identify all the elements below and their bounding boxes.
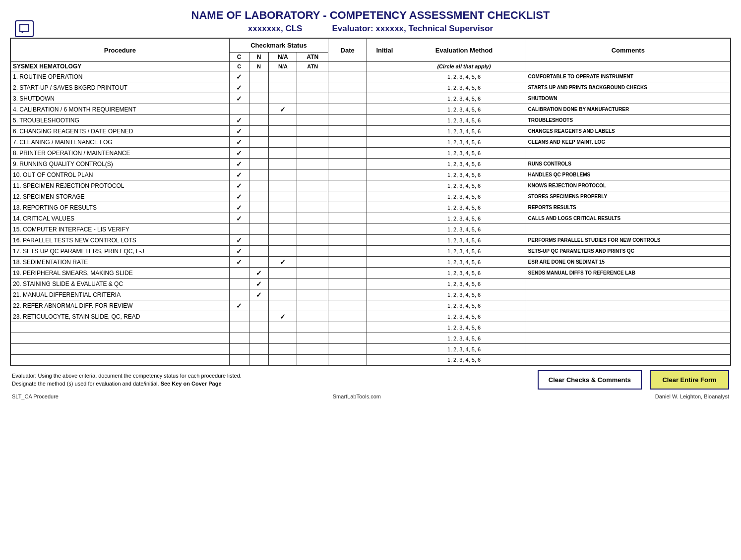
procedure-cell: 17. SETS UP QC PARAMETERS, PRINT QC, L-J [10, 246, 229, 257]
check-na-cell [269, 300, 297, 311]
eval-cell: 1, 2, 3, 4, 5, 6 [402, 289, 526, 300]
check-n-cell [249, 126, 269, 137]
check-c-cell [229, 322, 249, 333]
procedure-cell: 23. RETICULOCYTE, STAIN SLIDE, QC, READ [10, 311, 229, 322]
check-n-cell [249, 355, 269, 366]
check-na-cell [269, 213, 297, 224]
check-c-cell: ✓ [229, 137, 249, 148]
bottom-center-text: SmartLabTools.com [333, 393, 381, 399]
initial-cell [367, 137, 402, 148]
eval-cell: 1, 2, 3, 4, 5, 6 [402, 257, 526, 268]
check-c-cell [229, 289, 249, 300]
comment-cell [526, 289, 731, 300]
table-row: 5. TROUBLESHOOTING ✓ 1, 2, 3, 4, 5, 6 TR… [10, 115, 731, 126]
check-c-cell: ✓ [229, 82, 249, 93]
bottom-right-text: Daniel W. Leighton, Bioanalyst [655, 393, 729, 399]
check-atn-cell [297, 180, 328, 191]
procedure-cell: 1. ROUTINE OPERATION [10, 71, 229, 82]
initial-cell [367, 202, 402, 213]
initial-cell [367, 311, 402, 322]
section-date [328, 62, 367, 71]
initial-cell [367, 279, 402, 289]
eval-cell: 1, 2, 3, 4, 5, 6 [402, 115, 526, 126]
check-na-cell [269, 268, 297, 279]
footer-note: Evaluator: Using the above criteria, doc… [12, 372, 242, 388]
comment-cell: PERFORMS PARALLEL STUDIES FOR NEW CONTRO… [526, 235, 731, 246]
check-n-cell [249, 322, 269, 333]
comment-cell: STARTS UP AND PRINTS BACKGROUND CHECKS [526, 82, 731, 93]
check-n-cell [249, 246, 269, 257]
check-atn-cell [297, 224, 328, 235]
check-atn-cell [297, 137, 328, 148]
comment-cell: SETS-UP QC PARAMETERS AND PRINTS QC [526, 246, 731, 257]
check-n-cell [249, 169, 269, 180]
initial-cell [367, 191, 402, 202]
date-cell [328, 235, 367, 246]
eval-cell: 1, 2, 3, 4, 5, 6 [402, 148, 526, 159]
date-cell [328, 257, 367, 268]
table-row: 1. ROUTINE OPERATION ✓ 1, 2, 3, 4, 5, 6 … [10, 71, 731, 82]
subheader-c: C [229, 53, 249, 62]
date-cell [328, 355, 367, 366]
check-n-cell [249, 159, 269, 169]
section-comment [526, 62, 731, 71]
initial-cell [367, 246, 402, 257]
col-header-date: Date [328, 38, 367, 62]
check-n-cell [249, 344, 269, 355]
eval-cell: 1, 2, 3, 4, 5, 6 [402, 213, 526, 224]
table-row: 4. CALIBRATION / 6 MONTH REQUIREMENT ✓ 1… [10, 104, 731, 115]
check-c-cell: ✓ [229, 246, 249, 257]
check-c-cell [229, 311, 249, 322]
check-n-cell [249, 137, 269, 148]
check-atn-cell [297, 169, 328, 180]
check-na-cell [269, 235, 297, 246]
check-n-cell [249, 104, 269, 115]
date-cell [328, 311, 367, 322]
eval-cell: 1, 2, 3, 4, 5, 6 [402, 159, 526, 169]
table-row: 11. SPECIMEN REJECTION PROTOCOL ✓ 1, 2, … [10, 180, 731, 191]
clear-form-button[interactable]: Clear Entire Form [650, 370, 729, 390]
table-row: 18. SEDIMENTATION RATE ✓ ✓ 1, 2, 3, 4, 5… [10, 257, 731, 268]
check-c-cell: ✓ [229, 235, 249, 246]
eval-cell: 1, 2, 3, 4, 5, 6 [402, 355, 526, 366]
check-na-cell [269, 137, 297, 148]
check-na-cell: ✓ [269, 257, 297, 268]
footer-buttons: Clear Checks & Comments Clear Entire For… [538, 370, 729, 390]
comment-cell: COMFORTABLE TO OPERATE INSTRUMENT [526, 71, 731, 82]
check-n-cell [249, 82, 269, 93]
check-atn-cell [297, 159, 328, 169]
check-n-cell [249, 333, 269, 344]
date-cell [328, 344, 367, 355]
eval-cell: 1, 2, 3, 4, 5, 6 [402, 268, 526, 279]
table-row: 1, 2, 3, 4, 5, 6 [10, 344, 731, 355]
check-c-cell [229, 268, 249, 279]
initial-cell [367, 148, 402, 159]
initial-cell [367, 104, 402, 115]
check-atn-cell [297, 126, 328, 137]
check-c-cell [229, 279, 249, 289]
date-cell [328, 104, 367, 115]
table-row: 15. COMPUTER INTERFACE - LIS VERIFY 1, 2… [10, 224, 731, 235]
check-na-cell [269, 169, 297, 180]
table-row: 1, 2, 3, 4, 5, 6 [10, 333, 731, 344]
check-atn-cell [297, 82, 328, 93]
eval-cell: 1, 2, 3, 4, 5, 6 [402, 279, 526, 289]
check-atn-cell [297, 268, 328, 279]
section-n: N [249, 62, 269, 71]
check-atn-cell [297, 235, 328, 246]
initial-cell [367, 322, 402, 333]
comment-cell [526, 224, 731, 235]
table-row: 1, 2, 3, 4, 5, 6 [10, 355, 731, 366]
clear-checks-button[interactable]: Clear Checks & Comments [538, 370, 642, 390]
page-title: NAME OF LABORATORY - COMPETENCY ASSESSME… [10, 9, 731, 22]
check-na-cell [269, 126, 297, 137]
eval-cell: 1, 2, 3, 4, 5, 6 [402, 169, 526, 180]
table-row: 1, 2, 3, 4, 5, 6 [10, 322, 731, 333]
date-cell [328, 159, 367, 169]
procedure-cell [10, 333, 229, 344]
subheader-atn: ATN [297, 53, 328, 62]
table-row: 20. STAINING SLIDE & EVALUATE & QC ✓ 1, … [10, 279, 731, 289]
check-atn-cell [297, 311, 328, 322]
comment-cell: HANDLES QC PROBLEMS [526, 169, 731, 180]
check-n-cell [249, 115, 269, 126]
